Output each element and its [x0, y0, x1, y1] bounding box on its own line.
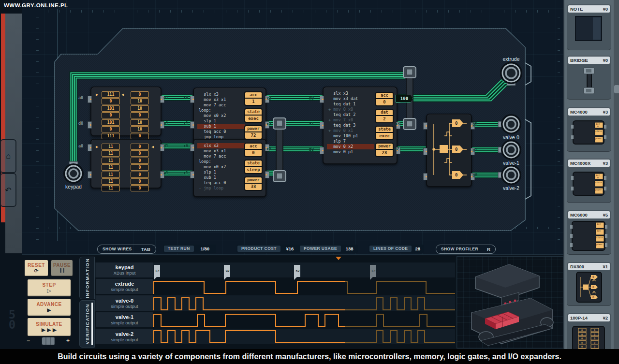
shop-scrollbar-thumb[interactable] [614, 85, 619, 93]
shop-item-note[interactable]: NOTE¥0 [567, 4, 611, 50]
caption-bar: Build circuits using a variety of compon… [0, 349, 619, 364]
printer-device-image [457, 257, 563, 348]
svg-text:0: 0 [594, 345, 595, 348]
svg-text:0: 0 [592, 295, 594, 299]
svg-text:0: 0 [594, 329, 595, 332]
shop-item-name: DX300 [570, 264, 584, 269]
shop-item-100p-14-header: 100P-14¥2 [568, 314, 610, 321]
shop-item-name: NOTE [570, 6, 583, 12]
shop-item-mc4000[interactable]: MC4000¥3acc0statepower [567, 107, 611, 152]
shop-item-price: ¥1 [603, 264, 608, 269]
shop-item-mc6000-header: MC6000¥5 [568, 211, 610, 218]
shop-item-preview [567, 13, 611, 49]
svg-text:0: 0 [594, 333, 595, 336]
shop-item-mc4000-header: MC4000¥3 [568, 108, 610, 116]
shop-item-name: MC6000 [570, 212, 588, 218]
svg-text:0: 0 [597, 176, 599, 179]
svg-text:0: 0 [592, 285, 594, 289]
shop-item-price: ¥2 [603, 315, 608, 320]
shop-item-note-header: NOTE¥0 [568, 5, 610, 13]
shop-scrollbar-track[interactable] [614, 0, 619, 349]
svg-text:0: 0 [581, 341, 583, 344]
shop-item-mc6000[interactable]: MC6000¥5accdatstatepower [567, 210, 611, 255]
shop-item-name: MC4000 [570, 109, 588, 115]
shop-item-preview: 000 [567, 270, 611, 305]
svg-text:power: power [595, 189, 602, 191]
shop-item-price: ¥5 [603, 212, 608, 218]
shop-item-price: ¥0 [603, 58, 608, 63]
shop-item-bridge[interactable]: BRIDGE¥0 [567, 55, 611, 100]
svg-text:0: 0 [597, 125, 599, 128]
shop-item-price: ¥3 [603, 160, 608, 166]
shop-item-preview: acc0statepower [567, 116, 611, 151]
shop-item-preview: accdatstatepower [567, 218, 611, 254]
shop-item-price: ¥3 [603, 109, 608, 115]
svg-text:0: 0 [592, 275, 594, 278]
shop-item-name: 100P-14 [570, 315, 588, 320]
svg-text:acc: acc [597, 223, 601, 225]
shop-item-name: BRIDGE [570, 58, 588, 63]
svg-text:state: state [595, 181, 602, 184]
svg-text:0: 0 [581, 337, 583, 340]
svg-text:state: state [595, 130, 602, 132]
component-shop: NOTE¥0BRIDGE¥0MC4000¥3acc0statepowerMC40… [563, 0, 619, 349]
svg-text:power: power [595, 137, 602, 140]
shop-item-preview [567, 64, 611, 99]
shenzhen-io-screen: keypadextrudevalve-0valve-1valve-2 11101… [0, 0, 619, 364]
svg-text:power: power [596, 243, 603, 246]
shop-item-mc4000x[interactable]: MC4000X¥3acc0statepower [567, 158, 611, 203]
svg-text:0: 0 [581, 333, 583, 336]
shop-item-dx300[interactable]: DX300¥1000 [567, 262, 611, 306]
shop-item-price: ¥0 [603, 6, 608, 12]
svg-text:0: 0 [594, 337, 595, 340]
scope-cursor-icon [336, 257, 341, 260]
svg-text:0: 0 [581, 345, 583, 348]
svg-text:0: 0 [594, 341, 595, 344]
shop-item-bridge-header: BRIDGE¥0 [568, 57, 610, 64]
svg-text:state: state [596, 236, 603, 239]
shop-item-preview: acc0statepower [567, 167, 611, 202]
shop-item-dx300-header: DX300¥1 [568, 263, 610, 270]
shop-item-name: MC4000X [570, 160, 590, 166]
svg-text:dat: dat [597, 230, 601, 232]
device-render-panel [457, 256, 563, 349]
shop-item-mc4000x-header: MC4000X¥3 [568, 160, 610, 167]
svg-text:0: 0 [581, 329, 583, 332]
